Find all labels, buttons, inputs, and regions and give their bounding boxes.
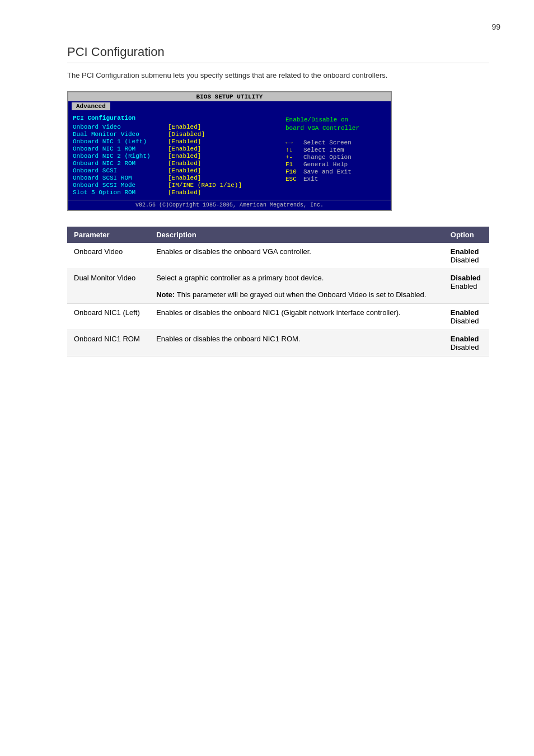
param-option: DisabledEnabled bbox=[444, 269, 489, 303]
param-name: Onboard NIC1 (Left) bbox=[67, 303, 149, 330]
bios-footer: v02.56 (C)Copyright 1985-2005, American … bbox=[68, 200, 391, 210]
col-header-description: Description bbox=[149, 227, 444, 243]
bios-key-section: ←→Select Screen↑↓Select Item+-Change Opt… bbox=[285, 139, 386, 182]
bios-key-row: ↑↓Select Item bbox=[285, 147, 386, 153]
param-option: EnabledDisabled bbox=[444, 303, 489, 330]
param-description: Select a graphic controller as a primary… bbox=[149, 269, 444, 303]
param-option: EnabledDisabled bbox=[444, 330, 489, 356]
table-row: Onboard NIC1 (Left)Enables or disables t… bbox=[67, 303, 489, 330]
bios-key-row: ESCExit bbox=[285, 176, 386, 182]
bios-help-text: Enable/Disable on board VGA Controller bbox=[285, 116, 386, 133]
param-description: Enables or disables the onboard NIC1 (Gi… bbox=[149, 303, 444, 330]
bios-tab-advanced: Advanced bbox=[72, 102, 110, 110]
bios-tab-bar: Advanced bbox=[68, 101, 391, 111]
bios-item: Onboard NIC 1 (Left)[Enabled] bbox=[73, 138, 281, 145]
table-row: Dual Monitor VideoSelect a graphic contr… bbox=[67, 269, 489, 303]
bios-section-header: PCI Configuration bbox=[73, 115, 281, 121]
col-header-parameter: Parameter bbox=[67, 227, 149, 243]
table-row: Onboard NIC1 ROMEnables or disables the … bbox=[67, 330, 489, 356]
param-description: Enables or disables the onboard NIC1 ROM… bbox=[149, 330, 444, 356]
param-option: EnabledDisabled bbox=[444, 243, 489, 269]
table-row: Onboard VideoEnables or disables the onb… bbox=[67, 243, 489, 269]
bios-key-row: F1General Help bbox=[285, 161, 386, 168]
page-number: 99 bbox=[491, 22, 500, 31]
param-name: Onboard NIC1 ROM bbox=[67, 330, 149, 356]
col-header-option: Option bbox=[444, 227, 489, 243]
bios-key-row: +-Change Option bbox=[285, 154, 386, 161]
param-name: Onboard Video bbox=[67, 243, 149, 269]
bios-item: Onboard NIC 2 (Right)[Enabled] bbox=[73, 153, 281, 159]
intro-text: The PCI Configuration submenu lets you s… bbox=[67, 70, 489, 81]
bios-item: Onboard NIC 2 ROM[Enabled] bbox=[73, 160, 281, 167]
bios-key-row: F10Save and Exit bbox=[285, 168, 386, 175]
bios-item: Dual Monitor Video[Disabled] bbox=[73, 131, 281, 138]
bios-item: Onboard NIC 1 ROM[Enabled] bbox=[73, 145, 281, 152]
bios-item: Onboard SCSI Mode[IM/IME (RAID 1/1e)] bbox=[73, 182, 281, 189]
bios-item: Onboard Video[Enabled] bbox=[73, 124, 281, 130]
bios-title-bar: BIOS SETUP UTILITY bbox=[68, 92, 391, 101]
bios-key-row: ←→Select Screen bbox=[285, 139, 386, 146]
bios-item: Slot 5 Option ROM[Enabled] bbox=[73, 189, 281, 196]
page-title: PCI Configuration bbox=[67, 45, 489, 63]
bios-item: Onboard SCSI[Enabled] bbox=[73, 167, 281, 174]
param-name: Dual Monitor Video bbox=[67, 269, 149, 303]
bios-screenshot: BIOS SETUP UTILITY Advanced PCI Configur… bbox=[67, 91, 392, 211]
param-description: Enables or disables the onboard VGA cont… bbox=[149, 243, 444, 269]
bios-item: Onboard SCSI ROM[Enabled] bbox=[73, 175, 281, 181]
parameter-table: Parameter Description Option Onboard Vid… bbox=[67, 227, 489, 356]
